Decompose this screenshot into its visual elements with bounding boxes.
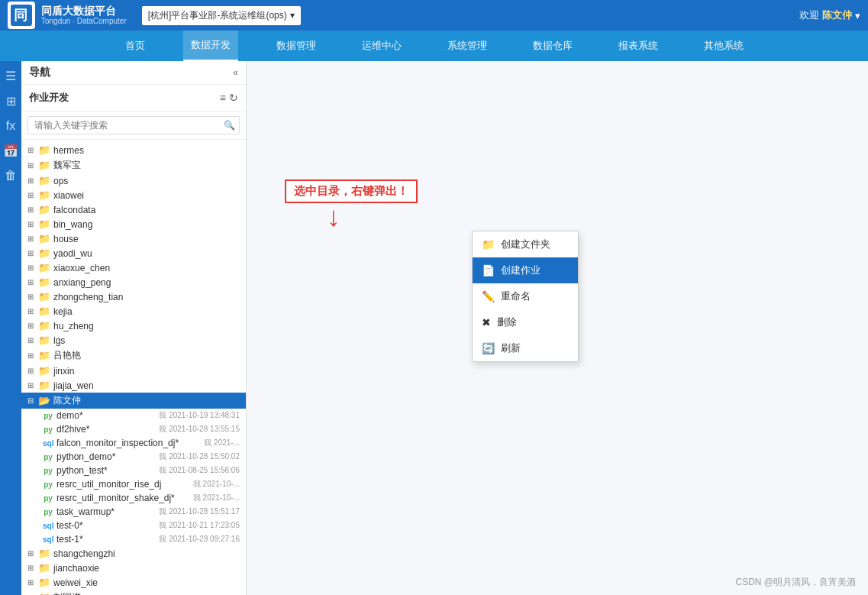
tree-child-test1[interactable]: sql test-1* 我 2021-10-29 09:27:16 <box>21 532 246 546</box>
tree-item-anxiang-peng[interactable]: ⊞ 📁 anxiang_peng <box>21 275 246 289</box>
tree-item-hu-zheng[interactable]: ⊞ 📁 hu_zheng <box>21 319 246 333</box>
item-meta: 我 2021-10-21 17:23:05 <box>159 520 240 531</box>
expand-icon: ⊞ <box>27 293 38 301</box>
tree-item-kejia[interactable]: ⊞ 📁 kejia <box>21 304 246 319</box>
tree-child-python-demo[interactable]: py python_demo* 我 2021-10-28 15:50:02 <box>21 450 246 464</box>
edit-icon: ✏️ <box>482 290 495 302</box>
tree-child-falcon-monitor[interactable]: sql falcon_monitor_inspection_dj* 我 2021… <box>21 436 246 450</box>
item-label: 刘国进 <box>53 591 240 595</box>
dept-selector[interactable]: [杭州]平台事业部-系统运维组(ops) ▾ <box>142 6 301 25</box>
tree-item-house[interactable]: ⊞ 📁 house <box>21 231 246 246</box>
nav-home[interactable]: 首页 <box>118 31 153 61</box>
logo-icon: 同 <box>8 2 35 29</box>
tree-item-lv-yanyan[interactable]: ⊞ 📁 吕艳艳 <box>21 348 246 364</box>
footer-text: CSDN @明月清风，良宵美酒 <box>735 577 856 587</box>
calendar-icon[interactable]: 📅 <box>3 144 18 158</box>
welcome-area: 欢迎 陈文仲 ▾ <box>799 8 860 22</box>
logo-name-en: Tongdun · DataComputer <box>41 17 127 26</box>
tree-child-resrc-util-shake[interactable]: py resrc_util_monitor_shake_dj* 我 2021-1… <box>21 491 246 505</box>
folder-icon: 📁 <box>38 218 50 230</box>
tree-item-jiajia-wen[interactable]: ⊞ 📁 jiajia_wen <box>21 378 246 393</box>
item-label: falcondata <box>53 205 240 215</box>
sql-file-icon: sql <box>43 522 53 530</box>
folder-icon: 📁 <box>38 306 50 317</box>
user-menu-icon[interactable]: ▾ <box>855 10 860 21</box>
item-label: weiwei_xie <box>53 577 240 588</box>
nav-data-mgmt[interactable]: 数据管理 <box>269 31 324 61</box>
nav-sys-mgmt[interactable]: 系统管理 <box>440 31 495 61</box>
item-label: 陈文仲 <box>53 394 240 407</box>
sql-file-icon: sql <box>43 439 53 448</box>
ctx-refresh[interactable]: 🔄 刷新 <box>473 335 578 361</box>
tree-item-lgs[interactable]: ⊞ 📁 lgs <box>21 333 246 348</box>
tree-child-resrc-util-rise[interactable]: py resrc_util_monitor_rise_dj 我 2021-10-… <box>21 477 246 491</box>
function-icon[interactable]: fx <box>6 119 15 133</box>
sidebar: 导航 « 作业开发 ≡ ↻ 🔍 ⊞ 📁 <box>21 61 247 595</box>
collapse-button[interactable]: « <box>233 67 238 78</box>
nav-ops[interactable]: 运维中心 <box>354 31 409 61</box>
item-meta: 我 2021-10-... <box>193 479 240 490</box>
tree-item-xiaoxue-chen[interactable]: ⊞ 📁 xiaoxue_chen <box>21 260 246 275</box>
expand-icon: ⊞ <box>27 336 38 344</box>
ctx-delete[interactable]: ✖ 删除 <box>473 309 578 335</box>
tree-item-bin-wang[interactable]: ⊞ 📁 bin_wang <box>21 217 246 231</box>
item-meta: 我 2021-08-25 15:56:06 <box>159 465 240 476</box>
ctx-create-folder[interactable]: 📁 创建文件夹 <box>473 231 578 257</box>
tree-item-yaodi-wu[interactable]: ⊞ 📁 yaodi_wu <box>21 246 246 260</box>
main-area: ☰ ⊞ fx 📅 🗑 导航 « 作业开发 ≡ ↻ 🔍 <box>0 61 868 595</box>
expand-icon: ⊞ <box>27 578 38 587</box>
layers-icon[interactable]: ⊞ <box>6 94 16 108</box>
tree-item-weiwei-xie[interactable]: ⊞ 📁 weiwei_xie <box>21 575 246 590</box>
tree-child-test0[interactable]: sql test-0* 我 2021-10-21 17:23:05 <box>21 519 246 532</box>
tree-item-liu-guojin[interactable]: ⊞ 📁 刘国进 <box>21 590 246 595</box>
arrow-down-icon: ↓ <box>327 203 418 231</box>
tree-child-demo[interactable]: py demo* 我 2021-10-19 13:48:31 <box>21 409 246 422</box>
expand-icon: ⊞ <box>27 176 38 185</box>
item-label: df2hive* <box>56 424 156 435</box>
item-label: 吕艳艳 <box>53 349 240 362</box>
nav-data-dev[interactable]: 数据开发 <box>183 31 238 61</box>
trash-icon[interactable]: 🗑 <box>5 169 17 183</box>
item-label: task_warmup* <box>56 506 156 517</box>
tree-item-jinxin[interactable]: ⊞ 📁 jinxin <box>21 364 246 378</box>
logo-name-cn: 同盾大数据平台 <box>41 5 127 18</box>
folder-icon: 📁 <box>38 175 50 186</box>
tree-item-jianchaoxie[interactable]: ⊞ 📁 jianchaoxie <box>21 561 246 575</box>
folder-icon: 📁 <box>38 276 50 288</box>
nav-other[interactable]: 其他系统 <box>696 31 751 61</box>
sync-icon[interactable]: ↻ <box>229 92 238 104</box>
expand-icon: ⊞ <box>27 146 38 154</box>
menu-icon[interactable]: ☰ <box>5 69 16 83</box>
sidebar-tools: ≡ ↻ <box>220 92 238 104</box>
tree-item-xiaowei[interactable]: ⊞ 📁 xiaowei <box>21 188 246 202</box>
item-label: demo* <box>56 410 156 421</box>
expand-icon: ⊞ <box>27 564 38 572</box>
search-input[interactable] <box>27 116 240 134</box>
ctx-create-job[interactable]: 📄 创建作业 <box>473 257 578 283</box>
tree-item-shangchengzhi[interactable]: ⊞ 📁 shangchengzhi <box>21 546 246 561</box>
nav-title: 导航 <box>29 66 50 79</box>
tree-item-weijunbao[interactable]: ⊞ 📁 魏军宝 <box>21 157 246 173</box>
item-meta: 我 2021-10-29 09:27:16 <box>159 534 240 545</box>
py-file-icon: py <box>43 467 53 475</box>
nav-report[interactable]: 报表系统 <box>611 31 666 61</box>
item-label: test-0* <box>56 520 156 531</box>
tree-item-ops[interactable]: ⊞ 📁 ops <box>21 173 246 188</box>
tree-child-python-test[interactable]: py python_test* 我 2021-08-25 15:56:06 <box>21 464 246 477</box>
item-meta: 我 2021-... <box>204 438 240 448</box>
footer: CSDN @明月清风，良宵美酒 <box>735 576 856 589</box>
tree-child-df2hive[interactable]: py df2hive* 我 2021-10-28 13:55:15 <box>21 422 246 436</box>
content-area: 选中目录，右键弹出！ ↓ 📁 创建文件夹 📄 创建作业 ✏️ 重命名 <box>247 61 868 595</box>
chevron-down-icon: ▾ <box>290 10 295 21</box>
nav-data-warehouse[interactable]: 数据仓库 <box>525 31 580 61</box>
tree-item-chen-wenzhong[interactable]: ⊟ 📂 陈文仲 <box>21 393 246 409</box>
tree-item-falcondata[interactable]: ⊞ 📁 falcondata <box>21 202 246 217</box>
folder-icon: 📁 <box>38 592 50 595</box>
item-label: shangchengzhi <box>53 548 240 559</box>
tree-child-task-warmup[interactable]: py task_warmup* 我 2021-10-28 15:51:17 <box>21 505 246 519</box>
refresh-icon[interactable]: ≡ <box>220 92 226 104</box>
py-file-icon: py <box>43 412 53 420</box>
tree-item-hermes[interactable]: ⊞ 📁 hermes <box>21 143 246 157</box>
tree-item-zhongcheng-tian[interactable]: ⊞ 📁 zhongcheng_tian <box>21 289 246 304</box>
ctx-rename[interactable]: ✏️ 重命名 <box>473 283 578 309</box>
